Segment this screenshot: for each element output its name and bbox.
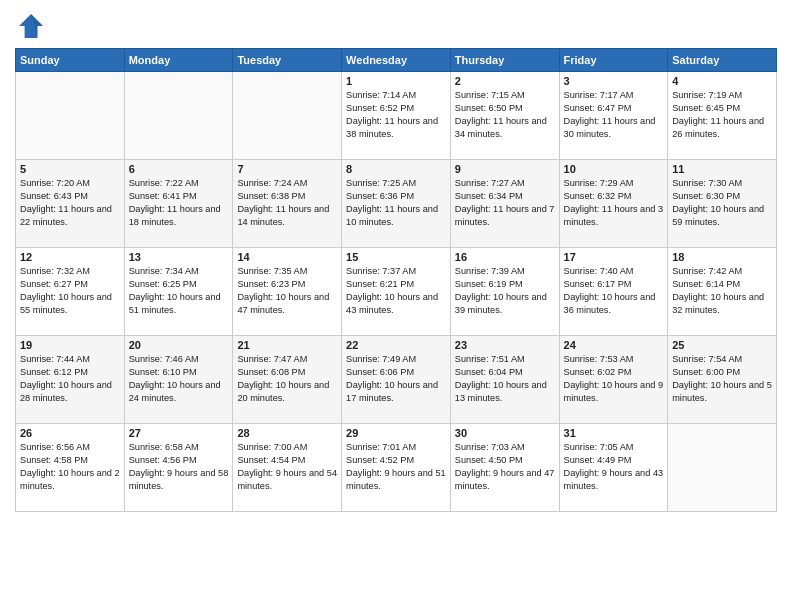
- sunrise-text: Sunrise: 7:19 AM: [672, 89, 772, 102]
- daylight-text: Daylight: 10 hours and 43 minutes.: [346, 291, 446, 317]
- cell-content: Sunrise: 7:34 AMSunset: 6:25 PMDaylight:…: [129, 265, 229, 317]
- day-number: 5: [20, 163, 120, 175]
- sunrise-text: Sunrise: 7:51 AM: [455, 353, 555, 366]
- daylight-text: Daylight: 10 hours and 2 minutes.: [20, 467, 120, 493]
- week-row: 26Sunrise: 6:56 AMSunset: 4:58 PMDayligh…: [16, 424, 777, 512]
- daylight-text: Daylight: 10 hours and 39 minutes.: [455, 291, 555, 317]
- sunrise-text: Sunrise: 7:40 AM: [564, 265, 664, 278]
- cell-content: Sunrise: 7:27 AMSunset: 6:34 PMDaylight:…: [455, 177, 555, 229]
- cell-content: Sunrise: 7:47 AMSunset: 6:08 PMDaylight:…: [237, 353, 337, 405]
- cell-content: Sunrise: 7:30 AMSunset: 6:30 PMDaylight:…: [672, 177, 772, 229]
- day-cell: 2Sunrise: 7:15 AMSunset: 6:50 PMDaylight…: [450, 72, 559, 160]
- cell-content: Sunrise: 7:03 AMSunset: 4:50 PMDaylight:…: [455, 441, 555, 493]
- day-cell: 11Sunrise: 7:30 AMSunset: 6:30 PMDayligh…: [668, 160, 777, 248]
- cell-content: Sunrise: 7:51 AMSunset: 6:04 PMDaylight:…: [455, 353, 555, 405]
- day-cell: [233, 72, 342, 160]
- sunset-text: Sunset: 6:45 PM: [672, 102, 772, 115]
- page: SundayMondayTuesdayWednesdayThursdayFrid…: [0, 0, 792, 612]
- sunset-text: Sunset: 6:21 PM: [346, 278, 446, 291]
- sunrise-text: Sunrise: 7:17 AM: [564, 89, 664, 102]
- sunset-text: Sunset: 6:25 PM: [129, 278, 229, 291]
- sunrise-text: Sunrise: 7:42 AM: [672, 265, 772, 278]
- day-cell: 31Sunrise: 7:05 AMSunset: 4:49 PMDayligh…: [559, 424, 668, 512]
- day-header: Thursday: [450, 49, 559, 72]
- sunrise-text: Sunrise: 7:37 AM: [346, 265, 446, 278]
- day-number: 27: [129, 427, 229, 439]
- day-number: 12: [20, 251, 120, 263]
- sunset-text: Sunset: 6:08 PM: [237, 366, 337, 379]
- sunrise-text: Sunrise: 7:20 AM: [20, 177, 120, 190]
- daylight-text: Daylight: 11 hours and 10 minutes.: [346, 203, 446, 229]
- sunset-text: Sunset: 6:30 PM: [672, 190, 772, 203]
- daylight-text: Daylight: 11 hours and 26 minutes.: [672, 115, 772, 141]
- sunrise-text: Sunrise: 7:35 AM: [237, 265, 337, 278]
- day-number: 7: [237, 163, 337, 175]
- sunset-text: Sunset: 6:47 PM: [564, 102, 664, 115]
- daylight-text: Daylight: 10 hours and 20 minutes.: [237, 379, 337, 405]
- day-number: 13: [129, 251, 229, 263]
- sunset-text: Sunset: 6:34 PM: [455, 190, 555, 203]
- day-cell: 25Sunrise: 7:54 AMSunset: 6:00 PMDayligh…: [668, 336, 777, 424]
- sunrise-text: Sunrise: 7:01 AM: [346, 441, 446, 454]
- day-header: Friday: [559, 49, 668, 72]
- sunset-text: Sunset: 6:50 PM: [455, 102, 555, 115]
- sunset-text: Sunset: 6:04 PM: [455, 366, 555, 379]
- day-number: 4: [672, 75, 772, 87]
- day-cell: 9Sunrise: 7:27 AMSunset: 6:34 PMDaylight…: [450, 160, 559, 248]
- sunrise-text: Sunrise: 7:53 AM: [564, 353, 664, 366]
- cell-content: Sunrise: 7:19 AMSunset: 6:45 PMDaylight:…: [672, 89, 772, 141]
- sunrise-text: Sunrise: 7:00 AM: [237, 441, 337, 454]
- day-cell: 22Sunrise: 7:49 AMSunset: 6:06 PMDayligh…: [342, 336, 451, 424]
- daylight-text: Daylight: 9 hours and 47 minutes.: [455, 467, 555, 493]
- day-number: 14: [237, 251, 337, 263]
- week-row: 19Sunrise: 7:44 AMSunset: 6:12 PMDayligh…: [16, 336, 777, 424]
- sunrise-text: Sunrise: 7:25 AM: [346, 177, 446, 190]
- day-number: 18: [672, 251, 772, 263]
- header-row: SundayMondayTuesdayWednesdayThursdayFrid…: [16, 49, 777, 72]
- sunrise-text: Sunrise: 7:30 AM: [672, 177, 772, 190]
- day-number: 21: [237, 339, 337, 351]
- sunset-text: Sunset: 6:14 PM: [672, 278, 772, 291]
- day-number: 8: [346, 163, 446, 175]
- day-number: 16: [455, 251, 555, 263]
- sunset-text: Sunset: 6:17 PM: [564, 278, 664, 291]
- calendar-table: SundayMondayTuesdayWednesdayThursdayFrid…: [15, 48, 777, 512]
- day-number: 19: [20, 339, 120, 351]
- day-cell: 3Sunrise: 7:17 AMSunset: 6:47 PMDaylight…: [559, 72, 668, 160]
- daylight-text: Daylight: 10 hours and 17 minutes.: [346, 379, 446, 405]
- daylight-text: Daylight: 11 hours and 30 minutes.: [564, 115, 664, 141]
- daylight-text: Daylight: 9 hours and 58 minutes.: [129, 467, 229, 493]
- cell-content: Sunrise: 7:29 AMSunset: 6:32 PMDaylight:…: [564, 177, 664, 229]
- day-cell: 21Sunrise: 7:47 AMSunset: 6:08 PMDayligh…: [233, 336, 342, 424]
- cell-content: Sunrise: 7:54 AMSunset: 6:00 PMDaylight:…: [672, 353, 772, 405]
- cell-content: Sunrise: 6:58 AMSunset: 4:56 PMDaylight:…: [129, 441, 229, 493]
- cell-content: Sunrise: 6:56 AMSunset: 4:58 PMDaylight:…: [20, 441, 120, 493]
- day-cell: 5Sunrise: 7:20 AMSunset: 6:43 PMDaylight…: [16, 160, 125, 248]
- sunrise-text: Sunrise: 7:24 AM: [237, 177, 337, 190]
- sunset-text: Sunset: 4:54 PM: [237, 454, 337, 467]
- daylight-text: Daylight: 10 hours and 36 minutes.: [564, 291, 664, 317]
- sunrise-text: Sunrise: 7:05 AM: [564, 441, 664, 454]
- day-number: 29: [346, 427, 446, 439]
- week-row: 1Sunrise: 7:14 AMSunset: 6:52 PMDaylight…: [16, 72, 777, 160]
- day-cell: 28Sunrise: 7:00 AMSunset: 4:54 PMDayligh…: [233, 424, 342, 512]
- day-cell: 12Sunrise: 7:32 AMSunset: 6:27 PMDayligh…: [16, 248, 125, 336]
- cell-content: Sunrise: 7:49 AMSunset: 6:06 PMDaylight:…: [346, 353, 446, 405]
- day-number: 11: [672, 163, 772, 175]
- day-number: 15: [346, 251, 446, 263]
- day-number: 3: [564, 75, 664, 87]
- sunset-text: Sunset: 6:41 PM: [129, 190, 229, 203]
- daylight-text: Daylight: 9 hours and 51 minutes.: [346, 467, 446, 493]
- day-number: 6: [129, 163, 229, 175]
- cell-content: Sunrise: 7:24 AMSunset: 6:38 PMDaylight:…: [237, 177, 337, 229]
- day-cell: 16Sunrise: 7:39 AMSunset: 6:19 PMDayligh…: [450, 248, 559, 336]
- sunset-text: Sunset: 4:50 PM: [455, 454, 555, 467]
- cell-content: Sunrise: 7:15 AMSunset: 6:50 PMDaylight:…: [455, 89, 555, 141]
- daylight-text: Daylight: 9 hours and 54 minutes.: [237, 467, 337, 493]
- day-header: Tuesday: [233, 49, 342, 72]
- daylight-text: Daylight: 10 hours and 47 minutes.: [237, 291, 337, 317]
- cell-content: Sunrise: 7:35 AMSunset: 6:23 PMDaylight:…: [237, 265, 337, 317]
- sunset-text: Sunset: 6:38 PM: [237, 190, 337, 203]
- cell-content: Sunrise: 7:01 AMSunset: 4:52 PMDaylight:…: [346, 441, 446, 493]
- day-cell: 19Sunrise: 7:44 AMSunset: 6:12 PMDayligh…: [16, 336, 125, 424]
